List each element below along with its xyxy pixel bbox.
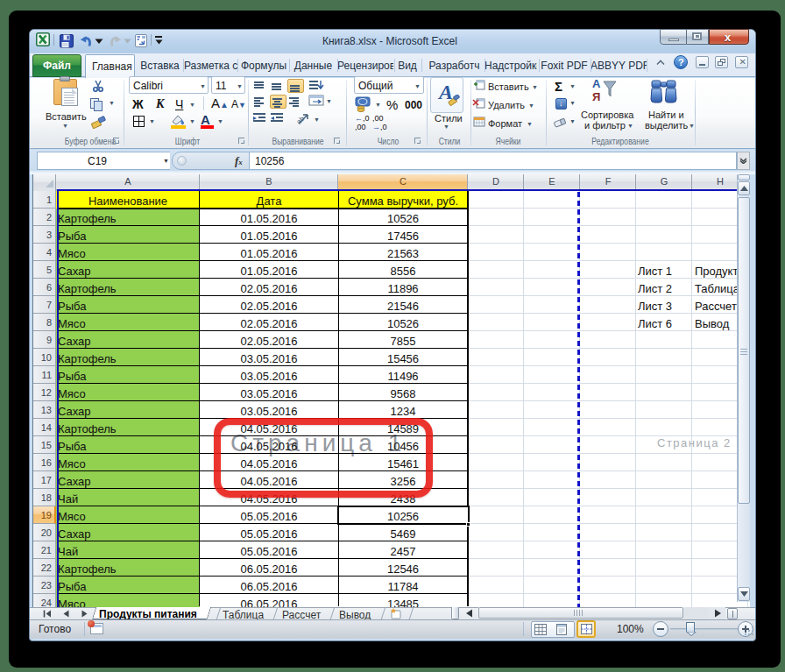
- svg-text:ab: ab: [296, 115, 307, 126]
